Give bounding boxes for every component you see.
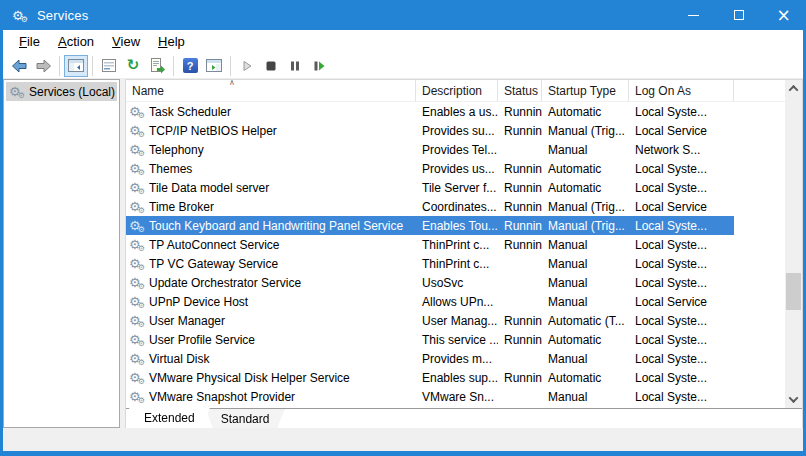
show-console-tree-button[interactable] [64,55,88,77]
vertical-scrollbar[interactable] [785,80,802,408]
table-row[interactable]: ⚙⚙ TP AutoConnect Service ThinPrint c...… [126,235,734,254]
menu-action[interactable]: Action [49,31,103,52]
table-row[interactable]: ⚙⚙ Telephony Provides Tel... Manual Netw… [126,140,734,159]
sort-ascending-icon: ∧ [229,80,235,87]
menu-view[interactable]: View [103,31,149,52]
service-log-on-as: Local Service [629,124,734,138]
service-log-on-as: Local Service [629,200,734,214]
name-cell: ⚙⚙ TP AutoConnect Service [126,237,416,252]
table-row[interactable]: ⚙⚙ TCP/IP NetBIOS Helper Provides su... … [126,121,734,140]
table-row[interactable]: ⚙⚙ VMware Snapshot Provider VMware Sn...… [126,387,734,406]
maximize-button[interactable] [716,0,761,30]
help-icon: ? [183,58,198,73]
service-log-on-as: Local Syste... [629,371,734,385]
service-startup-type: Manual (Trig... [542,124,629,138]
service-gear-icon: ⚙⚙ [129,161,145,176]
table-row[interactable]: ⚙⚙ Touch Keyboard and Handwriting Panel … [126,216,734,235]
status-strip [3,434,803,451]
name-cell: ⚙⚙ Task Scheduler [126,104,416,119]
service-description: Allows UPn... [416,295,498,309]
service-log-on-as: Local Syste... [629,276,734,290]
service-description: ThinPrint c... [416,257,498,271]
properties-button[interactable] [97,55,121,77]
show-action-pane-button[interactable] [202,55,226,77]
tab-standard[interactable]: Standard [206,409,285,428]
table-row[interactable]: ⚙⚙ VMware Physical Disk Helper Service E… [126,368,734,387]
tab-extended[interactable]: Extended [129,408,210,428]
table-row[interactable]: ⚙⚙ Task Scheduler Enables a us... Runnin… [126,102,734,121]
sidebar-item-services-local[interactable]: ⚙⚙ Services (Local) [6,82,117,101]
service-description: Enables sup... [416,371,498,385]
start-service-icon [240,59,254,73]
column-header-filler [734,80,785,101]
toolbar-separator [59,56,60,76]
service-startup-type: Manual [542,390,629,404]
table-row[interactable]: ⚙⚙ User Profile Service This service ...… [126,330,734,349]
export-list-button[interactable] [145,55,169,77]
chevron-up-icon [789,85,799,95]
name-cell: ⚙⚙ Virtual Disk [126,351,416,366]
restart-service-icon [312,59,326,73]
menu-help[interactable]: Help [149,31,194,52]
toolbar-separator [230,56,231,76]
scroll-down-button[interactable] [785,391,802,408]
service-status: Running [498,333,542,347]
services-app-icon: ⚙⚙ [12,8,28,23]
service-startup-type: Manual (Trig... [542,219,629,233]
column-header-status[interactable]: Status [498,80,542,101]
toolbar-separator [173,56,174,76]
start-service-button[interactable] [235,55,259,77]
table-row[interactable]: ⚙⚙ Virtual Disk Provides m... Manual Loc… [126,349,734,368]
table-row[interactable]: ⚙⚙ UPnP Device Host Allows UPn... Manual… [126,292,734,311]
service-name: UPnP Device Host [149,295,248,309]
service-startup-type: Automatic [542,333,629,347]
name-cell: ⚙⚙ Update Orchestrator Service [126,275,416,290]
column-header-description[interactable]: Description [416,80,498,101]
service-name: User Manager [149,314,225,328]
service-status: Running [498,238,542,252]
refresh-button[interactable]: ↻ [121,55,145,77]
table-row[interactable]: ⚙⚙ Time Broker Coordinates... Running Ma… [126,197,734,216]
column-header-name[interactable]: Name [126,80,416,101]
service-description: UsoSvc [416,276,498,290]
back-button[interactable] [7,55,31,77]
service-name: TCP/IP NetBIOS Helper [149,124,277,138]
name-cell: ⚙⚙ VMware Physical Disk Helper Service [126,370,416,385]
help-button[interactable]: ? [178,55,202,77]
service-gear-icon: ⚙⚙ [129,389,145,404]
name-cell: ⚙⚙ VMware Snapshot Provider [126,389,416,404]
window-title: Services [37,8,88,23]
stop-service-button[interactable] [259,55,283,77]
restart-service-button[interactable] [307,55,331,77]
close-button[interactable]: × [761,0,806,30]
column-header-startup-type[interactable]: Startup Type [542,80,629,101]
table-row[interactable]: ⚙⚙ Tile Data model server Tile Server f.… [126,178,734,197]
column-header-log-on-as[interactable]: Log On As [629,80,734,101]
service-log-on-as: Local Syste... [629,390,734,404]
table-row[interactable]: ⚙⚙ Update Orchestrator Service UsoSvc Ma… [126,273,734,292]
service-name: Virtual Disk [149,352,209,366]
service-status: Running [498,181,542,195]
scroll-up-button[interactable] [785,80,802,97]
service-description: Enables Tou... [416,219,498,233]
table-row[interactable]: ⚙⚙ TP VC Gateway Service ThinPrint c... … [126,254,734,273]
menu-file[interactable]: File [10,31,49,52]
minimize-button[interactable] [671,0,716,30]
table-row[interactable]: ⚙⚙ Themes Provides us... Running Automat… [126,159,734,178]
column-header-row: ∧ Name Description Status Startup Type L… [126,80,785,102]
service-startup-type: Automatic [542,162,629,176]
service-startup-type: Manual [542,295,629,309]
service-description: Provides us... [416,162,498,176]
service-gear-icon: ⚙⚙ [129,351,145,366]
service-description: Provides Tel... [416,143,498,157]
table-row[interactable]: ⚙⚙ User Manager User Manag... Running Au… [126,311,734,330]
service-name: VMware Snapshot Provider [149,390,295,404]
pause-service-button[interactable] [283,55,307,77]
service-gear-icon: ⚙⚙ [129,237,145,252]
service-status: Running [498,162,542,176]
service-log-on-as: Network S... [629,143,734,157]
forward-button[interactable] [31,55,55,77]
pause-service-icon [288,59,302,73]
title-bar[interactable]: ⚙⚙ Services × [0,0,806,30]
scrollbar-thumb[interactable] [786,273,801,310]
